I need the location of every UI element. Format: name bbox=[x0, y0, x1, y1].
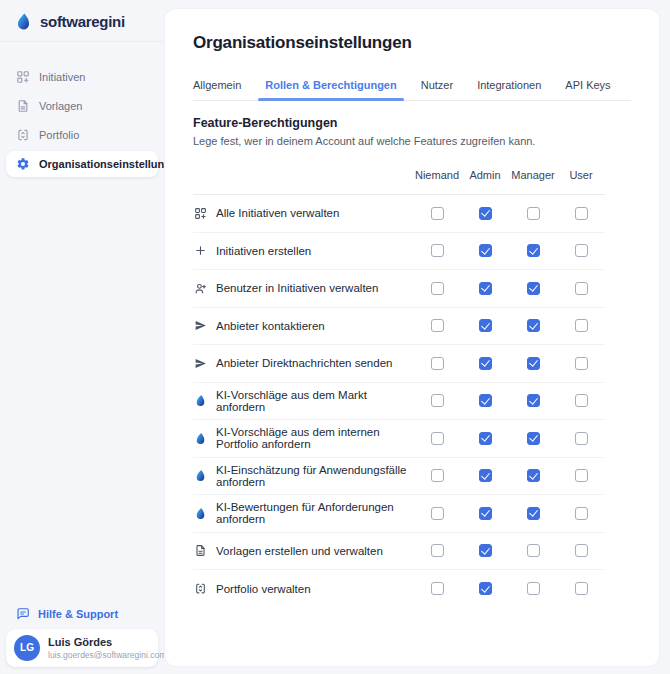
cell-user bbox=[557, 432, 605, 445]
cell-niemand bbox=[413, 394, 461, 407]
checkbox-niemand-anbieter-kontaktieren[interactable] bbox=[431, 319, 444, 332]
checkbox-niemand-ki-einschätzung-für-anwendungsfälle-anfordern[interactable] bbox=[431, 469, 444, 482]
permission-label: KI-Bewertungen für Anforderungen anforde… bbox=[216, 501, 413, 525]
checkbox-niemand-initiativen-erstellen[interactable] bbox=[431, 244, 444, 257]
sidebar-item-organisationseinstellungen[interactable]: Organisationseinstellungen bbox=[6, 151, 158, 177]
checkbox-manager-ki-vorschläge-aus-dem-internen-portfolio-anfordern[interactable] bbox=[527, 432, 540, 445]
row-label: Benutzer in Initiativen verwalten bbox=[193, 282, 413, 295]
checkbox-admin-anbieter-direktnachrichten-senden[interactable] bbox=[479, 357, 492, 370]
checkbox-user-anbieter-direktnachrichten-senden[interactable] bbox=[575, 357, 588, 370]
cell-niemand bbox=[413, 582, 461, 595]
cell-manager bbox=[509, 207, 557, 220]
cell-user bbox=[557, 507, 605, 520]
checkbox-user-ki-einschätzung-für-anwendungsfälle-anfordern[interactable] bbox=[575, 469, 588, 482]
checkbox-admin-ki-vorschläge-aus-dem-internen-portfolio-anfordern[interactable] bbox=[479, 432, 492, 445]
tab-bar: AllgemeinRollen & BerechtigungenNutzerIn… bbox=[193, 79, 631, 101]
checkbox-manager-ki-vorschläge-aus-dem-markt-anfordern[interactable] bbox=[527, 394, 540, 407]
cell-admin bbox=[461, 544, 509, 557]
checkbox-niemand-vorlagen-erstellen-und-verwalten[interactable] bbox=[431, 544, 444, 557]
user-card[interactable]: LG Luis Gördes luis.goerdes@softwaregini… bbox=[6, 629, 158, 667]
checkbox-manager-portfolio-verwalten[interactable] bbox=[527, 582, 540, 595]
checkbox-manager-anbieter-direktnachrichten-senden[interactable] bbox=[527, 357, 540, 370]
tab-api-keys[interactable]: API Keys bbox=[565, 79, 610, 100]
page-title: Organisationseinstellungen bbox=[193, 33, 631, 53]
cell-manager bbox=[509, 244, 557, 257]
checkbox-admin-ki-einschätzung-für-anwendungsfälle-anfordern[interactable] bbox=[479, 469, 492, 482]
checkbox-niemand-alle-initiativen-verwalten[interactable] bbox=[431, 207, 444, 220]
checkbox-manager-anbieter-kontaktieren[interactable] bbox=[527, 319, 540, 332]
checkbox-admin-ki-bewertungen-für-anforderungen-anfordern[interactable] bbox=[479, 507, 492, 520]
tab-integrationen[interactable]: Integrationen bbox=[477, 79, 541, 100]
checkbox-user-initiativen-erstellen[interactable] bbox=[575, 244, 588, 257]
checkbox-niemand-benutzer-in-initiativen-verwalten[interactable] bbox=[431, 282, 444, 295]
user-name: Luis Gördes bbox=[48, 635, 166, 650]
sidebar-item-initiativen[interactable]: Initiativen bbox=[6, 64, 158, 90]
tab-rollen-berechtigungen[interactable]: Rollen & Berechtigungen bbox=[265, 79, 396, 100]
cell-manager bbox=[509, 394, 557, 407]
table-row: KI-Vorschläge aus dem internen Portfolio… bbox=[193, 420, 605, 458]
checkbox-manager-ki-bewertungen-für-anforderungen-anfordern[interactable] bbox=[527, 507, 540, 520]
checkbox-admin-anbieter-kontaktieren[interactable] bbox=[479, 319, 492, 332]
column-header-user: User bbox=[557, 169, 605, 181]
checkbox-niemand-ki-vorschläge-aus-dem-markt-anfordern[interactable] bbox=[431, 394, 444, 407]
cell-manager bbox=[509, 357, 557, 370]
permission-label: KI-Einschätzung für Anwendungsfälle anfo… bbox=[216, 464, 413, 488]
cell-niemand bbox=[413, 469, 461, 482]
cell-user bbox=[557, 244, 605, 257]
checkbox-niemand-anbieter-direktnachrichten-senden[interactable] bbox=[431, 357, 444, 370]
cell-niemand bbox=[413, 207, 461, 220]
checkbox-niemand-ki-vorschläge-aus-dem-internen-portfolio-anfordern[interactable] bbox=[431, 432, 444, 445]
checkbox-user-ki-bewertungen-für-anforderungen-anfordern[interactable] bbox=[575, 507, 588, 520]
cell-manager bbox=[509, 582, 557, 595]
section-heading: Feature-Berechtigungen bbox=[193, 116, 631, 130]
checkbox-manager-benutzer-in-initiativen-verwalten[interactable] bbox=[527, 282, 540, 295]
checkbox-admin-ki-vorschläge-aus-dem-markt-anfordern[interactable] bbox=[479, 394, 492, 407]
row-label: KI-Einschätzung für Anwendungsfälle anfo… bbox=[193, 464, 413, 488]
plus-icon bbox=[193, 244, 207, 257]
checkbox-user-benutzer-in-initiativen-verwalten[interactable] bbox=[575, 282, 588, 295]
table-row: KI-Vorschläge aus dem Markt anfordern bbox=[193, 383, 605, 421]
row-label: Alle Initiativen verwalten bbox=[193, 207, 413, 220]
checkbox-user-vorlagen-erstellen-und-verwalten[interactable] bbox=[575, 544, 588, 557]
checkbox-admin-alle-initiativen-verwalten[interactable] bbox=[479, 207, 492, 220]
sidebar-item-portfolio[interactable]: Portfolio bbox=[6, 122, 158, 148]
send-icon bbox=[193, 357, 207, 370]
table-row: Alle Initiativen verwalten bbox=[193, 195, 605, 233]
cell-niemand bbox=[413, 544, 461, 557]
permission-label: Alle Initiativen verwalten bbox=[216, 207, 339, 219]
column-header-manager: Manager bbox=[509, 169, 557, 181]
droplet-logo-icon bbox=[193, 432, 207, 445]
checkbox-admin-portfolio-verwalten[interactable] bbox=[479, 582, 492, 595]
checkbox-user-ki-vorschläge-aus-dem-internen-portfolio-anfordern[interactable] bbox=[575, 432, 588, 445]
permission-label: Initiativen erstellen bbox=[216, 245, 311, 257]
checkbox-niemand-ki-bewertungen-für-anforderungen-anfordern[interactable] bbox=[431, 507, 444, 520]
droplet-logo-icon bbox=[14, 12, 33, 31]
checkbox-user-anbieter-kontaktieren[interactable] bbox=[575, 319, 588, 332]
cell-admin bbox=[461, 319, 509, 332]
checkbox-user-ki-vorschläge-aus-dem-markt-anfordern[interactable] bbox=[575, 394, 588, 407]
checkbox-manager-alle-initiativen-verwalten[interactable] bbox=[527, 207, 540, 220]
document-icon bbox=[193, 544, 207, 557]
checkbox-manager-ki-einschätzung-für-anwendungsfälle-anfordern[interactable] bbox=[527, 469, 540, 482]
cell-admin bbox=[461, 282, 509, 295]
table-row: Vorlagen erstellen und verwalten bbox=[193, 533, 605, 571]
checkbox-user-portfolio-verwalten[interactable] bbox=[575, 582, 588, 595]
help-support-link[interactable]: Hilfe & Support bbox=[6, 599, 158, 629]
table-row: Portfolio verwalten bbox=[193, 570, 605, 608]
permission-label: KI-Vorschläge aus dem internen Portfolio… bbox=[216, 426, 413, 450]
table-row: Anbieter Direktnachrichten senden bbox=[193, 345, 605, 383]
cell-manager bbox=[509, 319, 557, 332]
checkbox-manager-initiativen-erstellen[interactable] bbox=[527, 244, 540, 257]
gear-icon bbox=[16, 157, 30, 171]
checkbox-niemand-portfolio-verwalten[interactable] bbox=[431, 582, 444, 595]
checkbox-admin-initiativen-erstellen[interactable] bbox=[479, 244, 492, 257]
tab-nutzer[interactable]: Nutzer bbox=[421, 79, 453, 100]
checkbox-admin-vorlagen-erstellen-und-verwalten[interactable] bbox=[479, 544, 492, 557]
checkbox-user-alle-initiativen-verwalten[interactable] bbox=[575, 207, 588, 220]
sidebar-item-vorlagen[interactable]: Vorlagen bbox=[6, 93, 158, 119]
checkbox-manager-vorlagen-erstellen-und-verwalten[interactable] bbox=[527, 544, 540, 557]
checkbox-admin-benutzer-in-initiativen-verwalten[interactable] bbox=[479, 282, 492, 295]
tab-allgemein[interactable]: Allgemein bbox=[193, 79, 241, 100]
table-body: Alle Initiativen verwaltenInitiativen er… bbox=[193, 195, 605, 608]
sidebar-item-label: Initiativen bbox=[39, 71, 85, 83]
